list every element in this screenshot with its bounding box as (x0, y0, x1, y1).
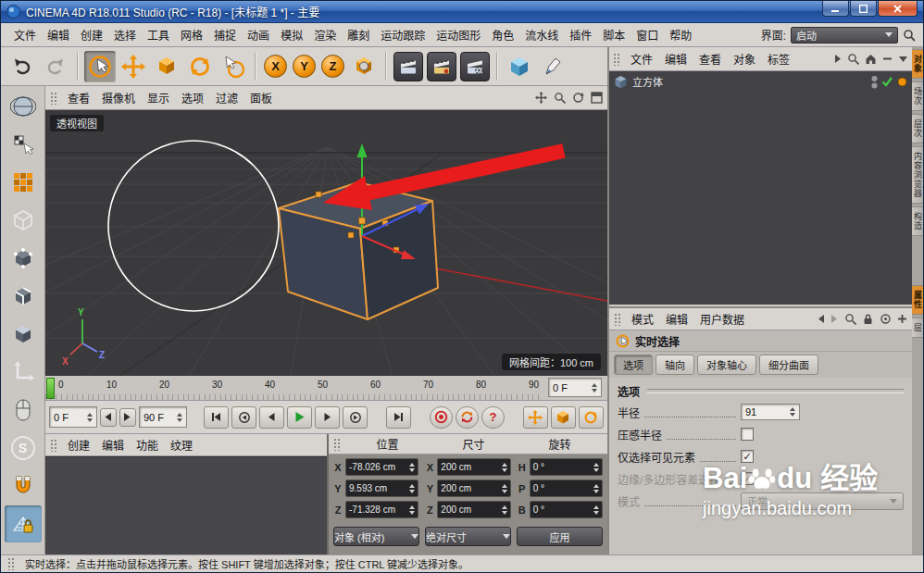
search-icon[interactable] (903, 29, 916, 42)
attribute-menu-mode[interactable]: 模式 (626, 308, 659, 330)
editor-visibility-dot[interactable] (871, 75, 878, 89)
size-mode-dropdown[interactable]: 绝对尺寸 (425, 527, 511, 546)
search-icon[interactable] (847, 53, 859, 65)
move-tool-button[interactable] (118, 51, 149, 82)
viewport-menu-options[interactable]: 选项 (176, 87, 209, 108)
menu-script[interactable]: 脚本 (597, 24, 631, 45)
phong-tag-icon[interactable] (897, 77, 907, 87)
record-help-button[interactable]: ? (481, 406, 505, 429)
rotation-h-field[interactable]: 0 ° (530, 458, 603, 476)
rotation-p-field[interactable]: 0 ° (530, 480, 603, 497)
polygon-mode-button[interactable] (5, 316, 42, 353)
timeline-ruler[interactable]: 0 10 20 30 40 50 60 70 80 90 0 F (45, 376, 607, 401)
panel-grip-icon[interactable] (50, 92, 58, 105)
object-menu-file[interactable]: 文件 (625, 48, 658, 69)
object-menu-tags[interactable]: 标签 (762, 48, 795, 69)
size-z-field[interactable]: 200 cm (437, 501, 510, 518)
object-menu-edit[interactable]: 编辑 (659, 48, 693, 69)
end-frame-field[interactable]: 90 F (139, 406, 187, 428)
rotate-tool-button[interactable] (184, 51, 216, 82)
render-view-button[interactable] (393, 52, 423, 81)
tab-objects[interactable]: 对象 (912, 49, 924, 79)
current-frame-field[interactable]: 0 F (49, 406, 97, 428)
record-position-toggle[interactable] (523, 406, 548, 429)
edge-mode-button[interactable] (5, 278, 42, 315)
object-tree[interactable]: 立方体 (609, 71, 912, 305)
play-button[interactable] (287, 406, 312, 429)
attribute-menu-userdata[interactable]: 用户数据 (694, 308, 750, 330)
viewport-menu-display[interactable]: 显示 (142, 87, 175, 108)
viewport-menu-cameras[interactable]: 摄像机 (96, 87, 141, 108)
tab-axis[interactable]: 轴向 (656, 355, 694, 375)
tab-attributes[interactable]: 属性 (912, 285, 924, 315)
apply-button[interactable]: 应用 (517, 527, 603, 546)
viewport-menu-panel[interactable]: 面板 (244, 87, 278, 108)
scrub-frame-field[interactable]: 0 F (548, 378, 602, 397)
snap-button[interactable] (5, 467, 42, 504)
object-mode-button[interactable] (5, 202, 42, 239)
undo-button[interactable] (6, 51, 38, 82)
size-x-field[interactable]: 200 cm (437, 458, 510, 476)
tab-layers[interactable]: 层次 (912, 114, 924, 143)
x-axis-lock-button[interactable]: X (264, 55, 287, 78)
panel-grip-icon[interactable] (614, 313, 622, 326)
maximize-button[interactable] (850, 1, 877, 17)
menu-motion-tracker[interactable]: 运动跟踪 (375, 24, 431, 45)
add-icon[interactable] (897, 314, 907, 324)
y-axis-lock-button[interactable]: Y (293, 55, 316, 78)
minimize-button[interactable] (822, 1, 849, 17)
workplane-button[interactable] (5, 505, 42, 542)
model-mode-button[interactable] (5, 126, 42, 163)
object-row-cube[interactable]: 立方体 (609, 71, 912, 92)
tab-object-axis[interactable]: 对象轴心 (697, 355, 756, 375)
redo-button[interactable] (40, 51, 71, 82)
menu-mograph[interactable]: 运动图形 (431, 24, 486, 45)
prev-key-button[interactable] (231, 406, 256, 429)
record-rotation-toggle[interactable] (579, 406, 604, 429)
menu-sculpt[interactable]: 雕刻 (342, 24, 375, 45)
script-button[interactable]: S (5, 430, 42, 467)
coordinate-system-button[interactable] (348, 51, 380, 82)
render-to-picture-viewer-button[interactable] (427, 52, 456, 81)
tolerant-checkbox[interactable]: ✓ (741, 472, 754, 485)
last-tool-button[interactable] (218, 51, 249, 82)
menu-plugins[interactable]: 插件 (564, 24, 597, 45)
material-menu-create[interactable]: 创建 (62, 434, 95, 455)
history-back-icon[interactable] (817, 314, 825, 324)
panel-grip-icon[interactable] (50, 439, 58, 452)
material-menu-function[interactable]: 功能 (131, 434, 164, 455)
home-icon[interactable] (865, 53, 877, 65)
radius-field[interactable]: 91 (741, 404, 800, 420)
rotation-b-field[interactable]: 0 ° (530, 501, 603, 518)
menu-mesh[interactable]: 网格 (175, 24, 208, 45)
material-list-area[interactable] (45, 456, 327, 556)
render-settings-button[interactable] (460, 52, 490, 81)
menu-simulate[interactable]: 模拟 (275, 24, 308, 45)
menu-tools[interactable]: 工具 (142, 24, 175, 45)
add-primitive-cube-button[interactable] (504, 51, 535, 82)
position-y-field[interactable]: 9.593 cm (345, 480, 418, 497)
position-z-field[interactable]: -71.328 cm (345, 501, 418, 518)
tab-options[interactable]: 选项 (614, 355, 653, 375)
texture-mode-button[interactable] (5, 164, 42, 201)
goto-start-button[interactable] (204, 406, 229, 429)
prev-frame-button[interactable] (259, 406, 284, 429)
zoom-view-icon[interactable] (554, 92, 566, 104)
material-menu-edit[interactable]: 编辑 (96, 434, 130, 455)
menu-render[interactable]: 渲染 (308, 24, 342, 45)
tab-layer[interactable]: 层 (912, 318, 924, 338)
pan-view-icon[interactable] (535, 92, 547, 104)
make-editable-button[interactable] (5, 88, 42, 125)
viewport-solo-button[interactable] (5, 392, 42, 429)
viewport-canvas[interactable]: Y Z X 透视视图 网格间距：100 cm (45, 110, 607, 376)
size-y-field[interactable]: 200 cm (437, 480, 510, 497)
close-button[interactable] (878, 1, 918, 17)
autokey-button[interactable] (456, 406, 479, 429)
minus-icon[interactable] (882, 54, 893, 64)
z-axis-lock-button[interactable]: Z (321, 55, 344, 78)
enabled-check-icon[interactable] (881, 76, 893, 87)
live-selection-tool-button[interactable] (84, 51, 116, 82)
panel-grip-icon[interactable] (613, 53, 621, 66)
scale-tool-button[interactable] (151, 51, 182, 82)
menu-edit[interactable]: 编辑 (42, 24, 75, 45)
